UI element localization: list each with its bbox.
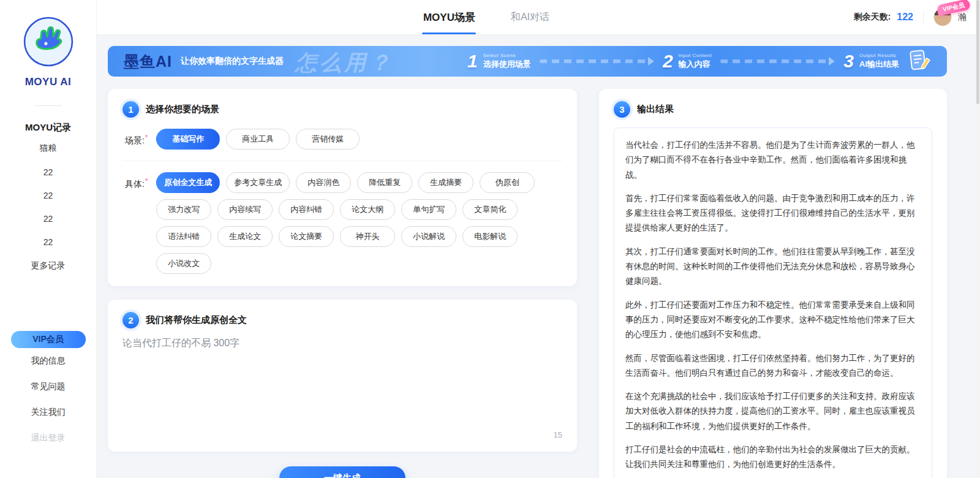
banner-step-2: 2 Input Content 输入内容: [663, 51, 712, 72]
step-number: 3: [843, 51, 854, 72]
remaining-days-label: 剩余天数:: [854, 12, 891, 23]
output-paragraph: 首先，打工仔们常常面临着低收入的问题。由于竞争激烈和用工成本的压力，许多雇主往往…: [625, 191, 921, 236]
output-paragraph: 当代社会，打工仔们的生活并不容易。他们是为了生计而奔波劳累的一群人，他们为了糊口…: [625, 138, 921, 183]
sidebar-divider: [35, 105, 62, 106]
option-pill[interactable]: 生成论文: [217, 226, 273, 247]
output-paragraph: 然而，尽管面临着这些困境，打工仔们依然坚持着。他们努力工作，为了更好的生活而奋斗…: [625, 351, 921, 381]
option-pill[interactable]: 原创全文生成: [156, 172, 220, 193]
scene-selection-card: 1 选择你想要的场景 场景:* 基础写作 商业工具 营销传媒 具体:* 原创全文…: [108, 89, 577, 286]
option-pill[interactable]: 参考文章生成: [226, 172, 290, 193]
top-bar-separator: [923, 10, 924, 24]
output-card-title: 输出结果: [637, 104, 674, 115]
option-pill[interactable]: 论文摘要: [279, 226, 334, 247]
option-pill[interactable]: 伪原创: [480, 172, 535, 193]
record-item[interactable]: 22: [0, 161, 96, 184]
flow-arrow-icon: [720, 59, 827, 63]
output-paragraph: 打工仔们是社会的中流砥柱，他们的辛勤付出为社会的发展做出了巨大的贡献。让我们共同…: [625, 442, 921, 472]
option-pill[interactable]: 语法纠错: [156, 226, 211, 247]
banner-step-3: 3 Output Results AI输出结果: [843, 51, 899, 72]
more-records-link[interactable]: 更多记录: [0, 254, 96, 278]
char-count: 15: [123, 430, 562, 439]
scene-pill-group: 基础写作 商业工具 营销传媒: [156, 129, 562, 150]
generate-button[interactable]: 一键生成: [279, 466, 405, 478]
scene-field-label: 场景:*: [125, 134, 148, 150]
option-pill[interactable]: 内容润色: [296, 172, 351, 193]
option-pill[interactable]: 内容纠错: [279, 199, 334, 220]
left-column: 1 选择你想要的场景 场景:* 基础写作 商业工具 营销传媒 具体:* 原创全文…: [108, 89, 577, 478]
right-column: 3 输出结果 当代社会，打工仔们的生活并不容易。他们是为了生计而奔波劳累的一群人…: [599, 89, 947, 478]
step-label-en: Input Content: [679, 53, 712, 58]
scene-pill-basic-writing[interactable]: 基础写作: [156, 129, 220, 150]
step-2-circle: 2: [123, 312, 139, 328]
option-pill[interactable]: 降低重复: [357, 172, 412, 193]
card-header: 3 输出结果: [614, 101, 932, 118]
scene-field-row: 场景:* 基础写作 商业工具 营销传媒: [123, 129, 562, 161]
option-pill[interactable]: 小说改文: [156, 253, 211, 274]
output-paragraph: 此外，打工仔们还要面对工作压力和不稳定性。他们常常需要承受来自上级和同事的压力，…: [625, 298, 921, 343]
sidebar-item-follow-us[interactable]: 关注我们: [31, 400, 66, 425]
specific-pill-group: 原创全文生成 参考文章生成 内容润色 降低重复 生成摘要 伪原创 强力改写 内容…: [156, 172, 562, 274]
card-header: 2 我们将帮你生成原创全文: [123, 312, 562, 328]
sidebar-item-faq[interactable]: 常见问题: [31, 374, 66, 400]
step-label-zh: 选择使用场景: [483, 59, 531, 70]
banner-brand: 墨鱼AI: [124, 51, 172, 72]
sidebar-item-logout[interactable]: 退出登录: [31, 425, 66, 451]
step-1-circle: 1: [123, 101, 139, 118]
username: 瀚: [958, 12, 967, 23]
step-label-zh: 输入内容: [679, 59, 712, 70]
specific-field-row: 具体:* 原创全文生成 参考文章生成 内容润色 降低重复 生成摘要 伪原创 强力…: [123, 172, 562, 274]
scene-pill-marketing-media[interactable]: 营销传媒: [296, 129, 360, 150]
option-pill[interactable]: 论文大纲: [340, 199, 395, 220]
sidebar-bottom-menu: VIP会员 我的信息 常见问题 关注我们 退出登录: [0, 331, 96, 478]
option-pill[interactable]: 生成摘要: [418, 172, 473, 193]
brand-text: MOYU AI: [25, 76, 72, 88]
step-3-circle: 3: [614, 101, 630, 118]
banner-steps: 1 Select Scene 选择使用场景 2 Input Content 输入…: [467, 51, 899, 72]
step-label-en: Output Results: [859, 53, 899, 58]
option-pill[interactable]: 电影解说: [462, 226, 518, 247]
remaining-days-value: 122: [897, 12, 913, 23]
moyu-logo-icon: [23, 16, 74, 70]
app-logo: MOYU AI: [23, 16, 74, 88]
prompt-input[interactable]: 论当代打工仔的不易 300字: [123, 337, 562, 428]
specific-field-label: 具体:*: [125, 177, 148, 274]
output-paragraph: 在这个充满挑战的社会中，我们应该给予打工仔们更多的关注和支持。政府应该加大对低收…: [625, 389, 921, 434]
step-number: 2: [663, 51, 673, 72]
tab-moyu-scene[interactable]: MOYU场景: [423, 0, 475, 34]
banner-step-1: 1 Select Scene 选择使用场景: [467, 51, 531, 72]
record-item[interactable]: 22: [0, 230, 96, 254]
vip-member-button[interactable]: VIP会员: [11, 331, 86, 348]
option-pill[interactable]: 单句扩写: [401, 199, 456, 220]
required-mark: *: [145, 134, 148, 141]
input-card: 2 我们将帮你生成原创全文 论当代打工仔的不易 300字 15: [108, 300, 577, 452]
output-card: 3 输出结果 当代社会，打工仔们的生活并不容易。他们是为了生计而奔波劳累的一群人…: [599, 89, 947, 478]
option-pill[interactable]: 小说解说: [401, 226, 456, 247]
flow-arrow-icon: [540, 59, 647, 63]
record-item[interactable]: 22: [0, 184, 96, 207]
step-label-en: Select Scene: [483, 53, 531, 58]
scene-pill-business-tools[interactable]: 商业工具: [226, 129, 290, 150]
output-paragraph: 其次，打工仔们通常要面对长时间的工作。他们往往需要从早到晚工作，甚至没有休息的时…: [625, 245, 921, 289]
option-pill[interactable]: 内容续写: [217, 199, 273, 220]
banner-watermark: 怎么用？: [295, 48, 393, 77]
step-number: 1: [467, 51, 478, 72]
top-right-account: 剩余天数: 122 瀚 VIP会员: [854, 0, 967, 34]
record-item[interactable]: 猫粮: [0, 136, 96, 161]
sidebar-item-my-info[interactable]: 我的信息: [31, 348, 66, 374]
how-to-use-banner: 墨鱼AI 让你效率翻倍的文字生成器 怎么用？ 1 Select Scene 选择…: [108, 46, 947, 77]
card-header: 1 选择你想要的场景: [123, 101, 562, 118]
banner-tagline: 让你效率翻倍的文字生成器: [181, 56, 284, 67]
document-pencil-icon: [907, 47, 932, 75]
records-title: MOYU记录: [25, 117, 71, 136]
main-area: MOYU场景 和AI对话 剩余天数: 122 瀚 VIP会员 墨鱼AI 让你效率…: [97, 0, 980, 478]
scrollbar-thumb[interactable]: [976, 0, 979, 104]
output-text-box: 当代社会，打工仔们的生活并不容易。他们是为了生计而奔波劳累的一群人，他们为了糊口…: [614, 127, 932, 478]
scene-card-title: 选择你想要的场景: [146, 104, 219, 115]
option-pill[interactable]: 强力改写: [156, 199, 211, 220]
page-scrollbar[interactable]: [976, 0, 980, 478]
record-item[interactable]: 22: [0, 207, 96, 230]
option-pill[interactable]: 神开头: [340, 226, 395, 247]
option-pill[interactable]: 文章简化: [462, 199, 518, 220]
generate-button-row: 一键生成: [108, 466, 577, 478]
tab-ai-chat[interactable]: 和AI对话: [511, 0, 549, 34]
